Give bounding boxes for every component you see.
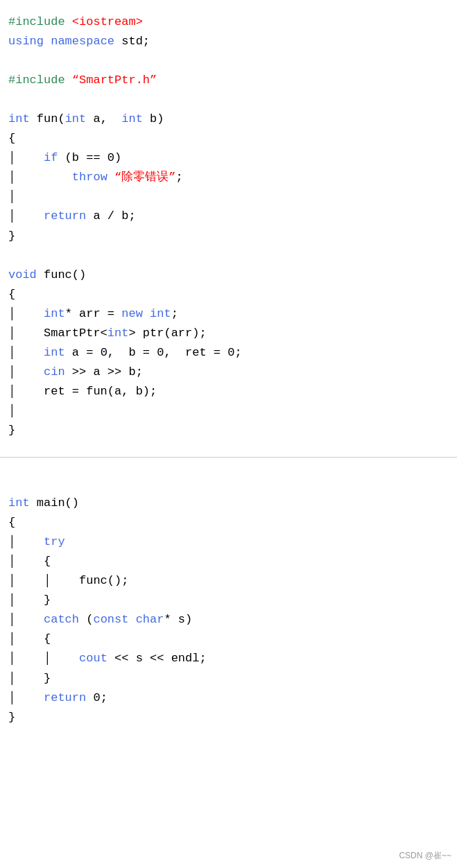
- code-line-6: int fun(int a, int b): [8, 110, 449, 129]
- code-line-35: }: [8, 708, 449, 727]
- code-line-21: │: [8, 401, 449, 421]
- code-line-8: │ if (b == 0): [8, 148, 449, 168]
- watermark: CSDN @崔~~: [399, 849, 451, 862]
- code-line-13: [8, 246, 449, 266]
- code-line-32: │ │ cout << s << endl;: [8, 649, 449, 668]
- code-line-18: │ int a = 0, b = 0, ret = 0;: [8, 343, 449, 363]
- code-line-7: {: [8, 129, 449, 148]
- code-section-2: int main() { │ try │ { │ │ func(); │ } │…: [0, 469, 457, 733]
- code-line-2: using namespace std;: [8, 32, 449, 51]
- code-line-23: [8, 474, 449, 494]
- code-line-4: #include “SmartPtr.h”: [8, 71, 449, 90]
- code-line-14: void func(): [8, 266, 449, 285]
- code-line-1: #include <iostream>: [8, 12, 449, 32]
- code-line-34: │ return 0;: [8, 688, 449, 708]
- code-line-16: │ int* arr = new int;: [8, 304, 449, 324]
- code-line-11: │ return a / b;: [8, 207, 449, 226]
- code-line-30: │ catch (const char* s): [8, 610, 449, 630]
- code-line-3: [8, 51, 449, 71]
- code-section-1: #include <iostream> using namespace std;…: [0, 7, 457, 446]
- code-container: #include <iostream> using namespace std;…: [0, 0, 457, 740]
- code-line-19: │ cin >> a >> b;: [8, 363, 449, 382]
- section-divider: [0, 457, 457, 458]
- code-line-17: │ SmartPtr<int> ptr(arr);: [8, 324, 449, 343]
- code-line-10: │: [8, 187, 449, 207]
- code-line-5: [8, 90, 449, 110]
- code-line-29: │ }: [8, 591, 449, 610]
- code-line-12: }: [8, 227, 449, 246]
- code-line-26: │ try: [8, 532, 449, 552]
- code-line-22: }: [8, 421, 449, 440]
- code-line-31: │ {: [8, 630, 449, 649]
- code-line-27: │ {: [8, 552, 449, 571]
- code-line-33: │ }: [8, 669, 449, 688]
- code-line-24: int main(): [8, 494, 449, 513]
- code-line-28: │ │ func();: [8, 571, 449, 591]
- code-line-9: │ throw “除零错误”;: [8, 168, 449, 187]
- code-line-25: {: [8, 513, 449, 532]
- code-line-20: │ ret = fun(a, b);: [8, 382, 449, 401]
- code-line-15: {: [8, 285, 449, 304]
